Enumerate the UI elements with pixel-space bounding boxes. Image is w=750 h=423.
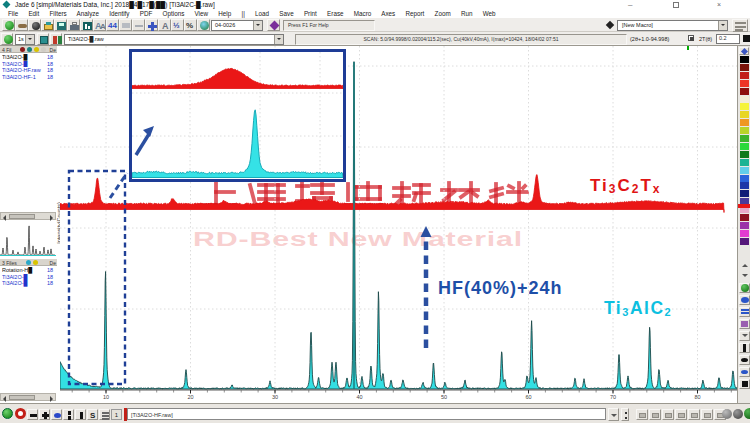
svg-text:RD-Best New Material: RD-Best New Material <box>193 228 523 249</box>
svg-text:40: 40 <box>356 394 362 400</box>
svg-text:HF(40%)+24h: HF(40%)+24h <box>438 278 563 298</box>
svg-text:Ti3AlC2: Ti3AlC2 <box>604 298 672 318</box>
svg-text:80: 80 <box>694 394 700 400</box>
svg-text:20: 20 <box>187 394 193 400</box>
svg-text:Ti3C2Tx: Ti3C2Tx <box>590 176 662 196</box>
svg-text:60: 60 <box>525 394 531 400</box>
svg-text:70: 70 <box>610 394 616 400</box>
svg-text:30: 30 <box>272 394 278 400</box>
svg-text:50: 50 <box>441 394 447 400</box>
svg-text:10: 10 <box>103 394 109 400</box>
